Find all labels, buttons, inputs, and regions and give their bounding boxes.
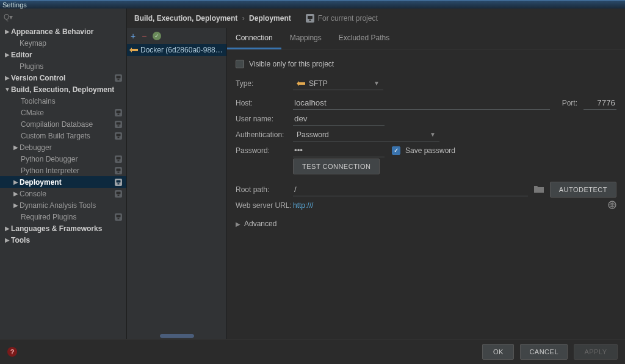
server-type-icon xyxy=(129,47,138,53)
cancel-button[interactable]: CANCEL xyxy=(520,344,568,360)
chevron-right-icon: ▶ xyxy=(12,144,20,151)
per-project-icon xyxy=(114,132,123,140)
search-icon-label: Q▾ xyxy=(4,13,13,21)
tree-cmake[interactable]: CMake xyxy=(0,107,126,118)
svg-rect-19 xyxy=(117,180,121,182)
chevron-down-icon: ▼ xyxy=(4,86,11,93)
tree-cbt[interactable]: Custom Build Targets xyxy=(0,130,126,141)
advanced-section-toggle[interactable]: ▶ Advanced xyxy=(236,219,616,228)
per-project-icon xyxy=(114,213,123,221)
deployment-tabs: Connection Mappings Excluded Paths xyxy=(227,28,625,50)
tree-reqplg[interactable]: Required Plugins xyxy=(0,211,126,223)
tree-dat[interactable]: ▶Dynamic Analysis Tools xyxy=(0,199,126,211)
password-input[interactable] xyxy=(293,144,385,157)
web-url-link[interactable]: http:/// xyxy=(293,201,608,210)
tree-tools[interactable]: ▶Tools xyxy=(0,234,126,246)
tree-compdb[interactable]: Compilation Database xyxy=(0,118,126,130)
per-project-icon xyxy=(114,166,123,175)
breadcrumb: Build, Execution, Deployment › Deploymen… xyxy=(134,14,291,23)
tab-connection[interactable]: Connection xyxy=(227,28,281,49)
breadcrumb-a: Build, Execution, Deployment xyxy=(134,14,237,23)
tree-keymap[interactable]: Keymap xyxy=(0,37,126,49)
chevron-right-icon: ▶ xyxy=(4,74,11,81)
port-input[interactable] xyxy=(583,96,616,110)
per-project-icon xyxy=(114,120,123,129)
tree-editor[interactable]: ▶Editor xyxy=(0,49,126,60)
breadcrumb-b: Deployment xyxy=(249,14,291,23)
server-list-item[interactable]: Docker (6d2860a0-9880-403... xyxy=(127,44,226,56)
chevron-right-icon: ▶ xyxy=(4,28,11,35)
remove-server-button[interactable]: − xyxy=(142,31,146,41)
svg-marker-31 xyxy=(297,81,305,86)
tree-langfw[interactable]: ▶Languages & Frameworks xyxy=(0,223,126,234)
chevron-right-icon: ▶ xyxy=(12,202,20,209)
chevron-right-icon: ▶ xyxy=(4,225,11,232)
tree-pydbg[interactable]: Python Debugger xyxy=(0,153,126,165)
per-project-icon xyxy=(114,178,123,187)
svg-rect-2 xyxy=(118,79,120,80)
tree-plugins[interactable]: Plugins xyxy=(0,60,126,72)
test-connection-button[interactable]: TEST CONNECTION xyxy=(293,159,380,174)
svg-rect-10 xyxy=(117,134,121,136)
settings-sidebar: Q▾ ▶Appearance & Behavior Keymap ▶Editor… xyxy=(0,9,127,339)
sidebar-search[interactable]: Q▾ xyxy=(0,9,126,26)
chevron-right-icon: ▶ xyxy=(12,190,20,197)
svg-rect-22 xyxy=(117,191,121,194)
dialog-footer: ? OK CANCEL APPLY xyxy=(0,339,625,364)
for-project-label: For current project xyxy=(318,14,378,23)
tree-toolchains[interactable]: Toolchains xyxy=(0,95,126,107)
tree-deployment[interactable]: ▶Deployment xyxy=(0,176,126,188)
titlebar: Settings xyxy=(0,0,625,9)
visible-only-row: Visible only for this project xyxy=(236,56,616,72)
type-select[interactable]: SFTP ▼ xyxy=(293,77,383,90)
chevron-right-icon: ▶ xyxy=(12,179,20,185)
help-button[interactable]: ? xyxy=(7,347,17,357)
main-panel: Build, Execution, Deployment › Deploymen… xyxy=(127,9,625,339)
svg-rect-14 xyxy=(118,160,120,161)
set-default-server-button[interactable]: ✓ xyxy=(153,32,161,40)
svg-rect-16 xyxy=(117,168,121,171)
tab-mappings[interactable]: Mappings xyxy=(281,28,330,49)
server-list-item-label: Docker (6d2860a0-9880-403... xyxy=(140,46,224,54)
svg-rect-4 xyxy=(117,110,121,113)
type-value: SFTP xyxy=(309,79,328,88)
auth-value: Password xyxy=(297,130,329,139)
tree-bed[interactable]: ▼Build, Execution, Deployment xyxy=(0,84,126,95)
tree-pyintp[interactable]: Python Interpreter xyxy=(0,165,126,176)
svg-rect-17 xyxy=(118,171,120,173)
autodetect-button[interactable]: AUTODETECT xyxy=(550,182,616,198)
deployment-form-panel: Connection Mappings Excluded Paths Visib… xyxy=(227,28,625,339)
tab-excluded-paths[interactable]: Excluded Paths xyxy=(330,28,398,49)
svg-rect-29 xyxy=(309,20,311,21)
auth-select[interactable]: Password ▼ xyxy=(293,128,439,141)
settings-tree: ▶Appearance & Behavior Keymap ▶Editor Pl… xyxy=(0,26,126,339)
chevron-right-icon: ▶ xyxy=(4,237,11,243)
save-password-checkbox[interactable] xyxy=(392,146,400,155)
browse-folder-icon[interactable] xyxy=(534,185,544,195)
svg-rect-1 xyxy=(117,76,121,78)
auth-label: Authentication: xyxy=(236,130,293,139)
svg-marker-30 xyxy=(129,48,138,52)
username-input[interactable] xyxy=(293,112,385,126)
visible-only-checkbox[interactable] xyxy=(236,60,244,68)
chevron-down-icon: ▼ xyxy=(374,80,380,87)
open-browser-icon[interactable] xyxy=(608,201,616,211)
window-title: Settings xyxy=(2,1,27,9)
ok-button[interactable]: OK xyxy=(482,344,514,360)
tree-console[interactable]: ▶Console xyxy=(0,188,126,199)
breadcrumb-sep: › xyxy=(242,14,245,23)
root-path-input[interactable] xyxy=(293,183,528,196)
apply-button[interactable]: APPLY xyxy=(574,344,618,360)
chevron-right-icon: ▶ xyxy=(236,221,240,227)
chevron-right-icon: ▶ xyxy=(4,51,11,58)
svg-rect-11 xyxy=(118,137,120,138)
host-input[interactable] xyxy=(293,96,550,110)
horizontal-scrollbar[interactable] xyxy=(127,334,226,338)
tree-appearance[interactable]: ▶Appearance & Behavior xyxy=(0,26,126,37)
advanced-label: Advanced xyxy=(244,219,276,228)
per-project-icon xyxy=(114,109,123,117)
add-server-button[interactable]: + xyxy=(131,31,135,41)
tree-debugger[interactable]: ▶Debugger xyxy=(0,141,126,153)
tree-vcs[interactable]: ▶Version Control xyxy=(0,72,126,84)
for-current-project: For current project xyxy=(306,14,378,23)
